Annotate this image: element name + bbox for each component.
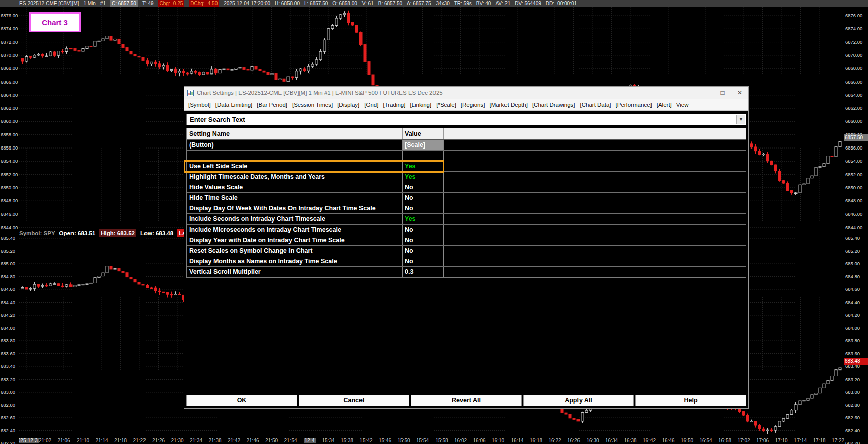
status-segment: V: 61: [362, 0, 374, 7]
settings-row[interactable]: [187, 151, 746, 161]
row-filler: [444, 256, 746, 266]
menu-item-regions[interactable]: [Regions]: [461, 102, 485, 108]
setting-value-cell[interactable]: Yes: [403, 214, 444, 224]
row-filler: [444, 246, 746, 256]
time-label: 16:42: [643, 438, 656, 443]
menu-item-view[interactable]: View: [676, 102, 689, 108]
setting-value-cell[interactable]: No: [403, 235, 444, 245]
menu-item-scale[interactable]: [*Scale]: [436, 102, 456, 108]
setting-name-cell: Include Seconds on Intraday Chart Timesc…: [187, 214, 403, 224]
time-label: 16:26: [567, 438, 580, 443]
status-segment: L: 6857.50: [304, 0, 328, 7]
settings-row[interactable]: Display Year with Date on Intraday Chart…: [187, 235, 746, 246]
row-filler: [444, 172, 746, 182]
column-header-filler: [444, 128, 746, 139]
close-button[interactable]: ✕: [731, 87, 748, 99]
setting-value-cell[interactable]: No: [403, 182, 444, 192]
setting-value-cell[interactable]: No: [403, 256, 444, 266]
search-combobox[interactable]: Enter Search Text ▼: [186, 114, 746, 125]
status-segment: 34x30: [436, 0, 449, 7]
row-filler: [444, 151, 746, 161]
setting-value-cell[interactable]: 0.3: [403, 267, 444, 277]
maximize-button[interactable]: □: [714, 87, 731, 99]
top-status-bar: ES-202512-CME [CBV][M]1 Min#1C: 6857.50T…: [0, 0, 868, 7]
time-label: 21:10: [77, 438, 89, 443]
row-filler: [444, 182, 746, 192]
time-label: 16:18: [530, 438, 542, 443]
time-label: 16:06: [473, 438, 485, 443]
settings-row[interactable]: Highlight Timescale Dates, Months and Ye…: [187, 172, 746, 182]
settings-row[interactable]: Use Left Side ScaleYes: [187, 161, 746, 172]
menu-item-marketdepth[interactable]: [Market Depth]: [489, 102, 527, 108]
menu-item-performance[interactable]: [Performance]: [616, 102, 652, 108]
chart-settings-dialog: Chart Settings | ES-202512-CME [CBV][M] …: [184, 86, 749, 409]
price-scale-right[interactable]: [844, 0, 868, 444]
menu-item-chartdata[interactable]: [Chart Data]: [580, 102, 611, 108]
row-filler: [444, 140, 746, 150]
ok-button[interactable]: OK: [186, 395, 297, 406]
time-label: 16:34: [605, 438, 618, 443]
menu-item-barperiod[interactable]: [Bar Period]: [257, 102, 287, 108]
settings-row[interactable]: Include Microseconds on Intraday Chart T…: [187, 225, 746, 235]
settings-row[interactable]: Hide Values ScaleNo: [187, 182, 746, 193]
setting-name-cell: Hide Time Scale: [187, 193, 403, 203]
price-scale-left[interactable]: [0, 0, 19, 444]
revert-all-button[interactable]: Revert All: [411, 395, 522, 406]
cancel-button[interactable]: Cancel: [299, 395, 409, 406]
time-label: 16:50: [681, 438, 693, 443]
setting-name-cell: Display Months as Names on Intraday Time…: [187, 256, 403, 266]
setting-name-cell: Include Microseconds on Intraday Chart T…: [187, 225, 403, 235]
time-label: 16:14: [511, 438, 523, 443]
apply-all-button[interactable]: Apply All: [523, 395, 634, 406]
menu-item-datalimiting[interactable]: [Data Limiting]: [215, 102, 253, 108]
spy-segment: Open: 683.51: [59, 229, 96, 237]
time-label: 21:02: [39, 438, 51, 443]
settings-row[interactable]: Hide Time ScaleNo: [187, 193, 746, 203]
setting-value-cell[interactable]: No: [403, 225, 444, 235]
settings-row[interactable]: Include Seconds on Intraday Chart Timesc…: [187, 214, 746, 225]
dropdown-arrow-icon[interactable]: ▼: [736, 115, 745, 124]
setting-value-cell[interactable]: No: [403, 203, 444, 213]
setting-value-cell[interactable]: Yes: [403, 161, 444, 171]
time-label: 17:02: [737, 438, 750, 443]
settings-row[interactable]: Display Months as Names on Intraday Time…: [187, 256, 746, 267]
menu-item-display[interactable]: [Display]: [337, 102, 359, 108]
settings-row[interactable]: Display Day Of Week With Dates On Intrad…: [187, 203, 746, 214]
setting-value-cell[interactable]: Yes: [403, 172, 444, 182]
menu-item-alert[interactable]: [Alert]: [657, 102, 672, 108]
time-label: 17:10: [775, 438, 787, 443]
menu-item-symbol[interactable]: [Symbol]: [188, 102, 211, 108]
setting-name-cell: Use Left Side Scale: [187, 161, 403, 171]
menu-item-grid[interactable]: [Grid]: [364, 102, 378, 108]
status-segment: 1 Min: [83, 0, 95, 7]
time-label: 16:22: [548, 438, 561, 443]
settings-table-body: (Button)[Scale]Use Left Side ScaleYesHig…: [187, 140, 746, 277]
time-label: 16:38: [624, 438, 636, 443]
time-label: 21:22: [133, 438, 146, 443]
dialog-title-bar[interactable]: Chart Settings | ES-202512-CME [CBV][M] …: [184, 87, 748, 99]
help-button[interactable]: Help: [635, 395, 746, 406]
menu-item-sessiontimes[interactable]: [Session Times]: [292, 102, 333, 108]
setting-name-cell: Reset Scales on Symbol Change in Chart: [187, 246, 403, 256]
settings-row[interactable]: Reset Scales on Symbol Change in ChartNo: [187, 246, 746, 256]
menu-item-trading[interactable]: [Trading]: [383, 102, 405, 108]
setting-value-cell[interactable]: [403, 151, 444, 161]
status-segment: T: 49: [142, 0, 154, 7]
setting-value-cell[interactable]: [Scale]: [403, 140, 444, 150]
settings-table: Setting Name Value (Button)[Scale]Use Le…: [186, 128, 746, 278]
setting-value-cell[interactable]: No: [403, 193, 444, 203]
time-label: 15:42: [359, 438, 372, 443]
time-label: 21:50: [265, 438, 278, 443]
time-label: 21:30: [171, 438, 183, 443]
settings-row[interactable]: (Button)[Scale]: [187, 140, 746, 151]
setting-name-cell: (Button): [187, 140, 403, 150]
status-segment: B: 6857.50: [378, 0, 402, 7]
setting-value-cell[interactable]: No: [403, 246, 444, 256]
menu-item-chartdrawings[interactable]: [Chart Drawings]: [532, 102, 575, 108]
settings-row[interactable]: Vertical Scroll Multiplier0.3: [187, 267, 746, 277]
status-segment: BV: 40: [476, 0, 491, 7]
setting-name-cell: Display Day Of Week With Dates On Intrad…: [187, 203, 403, 213]
time-label: 2025-12-3: [19, 438, 39, 443]
menu-item-linking[interactable]: [Linking]: [410, 102, 431, 108]
time-scale[interactable]: 2025-12-321:0221:0621:1021:1421:1821:222…: [19, 437, 844, 444]
